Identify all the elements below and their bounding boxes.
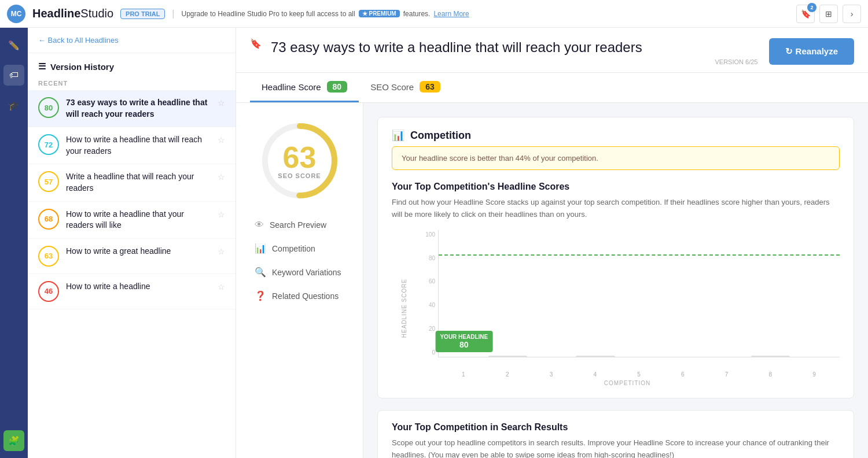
window-button[interactable]: ⊞ (819, 5, 838, 23)
history-item-title: How to write a headline that your reader… (66, 209, 211, 231)
learn-more-link[interactable]: Learn More (433, 10, 469, 18)
score-circle: 57 (38, 171, 59, 192)
chart-y-title: HEADLINE SCORE (401, 279, 407, 338)
version-info: VERSION 6/25 (250, 58, 757, 65)
history-item-content: How to write a headline (66, 281, 211, 293)
nav-item-related-questions[interactable]: ❓ Related Questions (248, 286, 351, 306)
chart-container: HEADLINE SCORE 0 20 (378, 230, 854, 398)
chart-bar-group (488, 356, 528, 357)
main-content: 🔖 73 easy ways to write a headline that … (236, 28, 868, 458)
history-item-title: How to write a headline that will reach … (66, 134, 211, 157)
score-circle: 63 (38, 246, 59, 267)
chart-x-label: 1 (444, 371, 483, 378)
history-item[interactable]: 57 Write a headline that will reach your… (28, 164, 236, 201)
sidebar-icon-pen[interactable]: ✏️ (3, 35, 24, 56)
logo: Headline Studio (32, 7, 113, 20)
tab-seo-score[interactable]: SEO Score 63 (359, 73, 452, 102)
version-history-header: ☰ Version History (28, 53, 236, 76)
nav-item-keyword-variations[interactable]: 🔍 Keyword Variations (248, 262, 351, 282)
star-icon[interactable]: ☆ (218, 247, 225, 256)
content-area: 63 SEO SCORE 👁 Search Preview 📊 Competit… (236, 103, 868, 458)
chart-bar-1 (488, 356, 528, 357)
chart-area: 0 20 40 60 80 100 YOUR HEADLINE80 (438, 230, 840, 357)
top-bar: MC Headline Studio PRO TRIAL | Upgrade t… (0, 0, 868, 28)
headline-title: 73 easy ways to write a headline that wi… (271, 38, 757, 56)
chart-x-label: 2 (488, 371, 527, 378)
chart-x-label: 7 (707, 371, 746, 378)
logo-headline: Headline (32, 7, 80, 20)
nav-icon: 📊 (255, 243, 266, 254)
history-item-title: How to write a headline (66, 281, 211, 293)
history-item-title: How to write a great headline (66, 246, 211, 257)
section-title-icon: 📊 (392, 129, 404, 142)
history-item-content: How to write a great headline (66, 246, 211, 257)
nav-item-label: Related Questions (272, 291, 339, 301)
star-icon[interactable]: ☆ (218, 98, 225, 108)
chart-x-label: 9 (795, 371, 834, 378)
history-item[interactable]: 63 How to write a great headline ☆ (28, 239, 236, 274)
notifications-button[interactable]: 🔖 2 (796, 5, 815, 23)
star-icon[interactable]: ☆ (218, 135, 225, 145)
your-headline-tooltip: YOUR HEADLINE80 (435, 331, 492, 352)
bottom-section-title: Your Top Competition in Search Results (392, 422, 840, 433)
competition-description: Find out how your Headline Score stacks … (378, 197, 854, 230)
tab-score: 80 (327, 81, 348, 93)
y-label-80: 80 (417, 255, 435, 261)
section-title-text: Competition (410, 130, 471, 142)
nav-icon: ❓ (255, 290, 266, 301)
y-label-40: 40 (417, 302, 435, 308)
history-item[interactable]: 72 How to write a headline that will rea… (28, 127, 236, 164)
sidebar-icon-puzzle[interactable]: 🧩 (3, 430, 24, 451)
score-circle: 72 (38, 134, 59, 155)
score-circle: 46 (38, 281, 59, 302)
bookmark-icon[interactable]: 🔖 (250, 38, 262, 49)
history-item-content: How to write a headline that will reach … (66, 134, 211, 157)
right-panel[interactable]: 📊 Competition Your headline score is bet… (363, 103, 868, 458)
y-label-0: 0 (417, 349, 435, 356)
section-title: 📊 Competition (378, 117, 854, 146)
nav-item-label: Keyword Variations (272, 268, 341, 277)
chart-x-label: 5 (619, 371, 659, 378)
history-item-content: How to write a headline that your reader… (66, 209, 211, 231)
chart-x-title: COMPETITION (415, 380, 840, 386)
reanalyze-button[interactable]: ↻ Reanalyze (769, 38, 854, 65)
tab-headline-score[interactable]: Headline Score 80 (250, 73, 359, 102)
seo-score-circle: 63 SEO SCORE (259, 120, 340, 201)
star-icon[interactable]: ☆ (218, 210, 225, 219)
chart-x-label: 4 (575, 371, 615, 378)
chart-bars: YOUR HEADLINE80 (439, 230, 840, 357)
competition-alert: Your headline score is better than 44% o… (392, 146, 840, 170)
history-item-title: 73 easy ways to write a headline that wi… (66, 97, 211, 120)
icon-sidebar: ✏️ 🏷 🎓 🧩 (0, 28, 28, 458)
star-icon[interactable]: ☆ (218, 282, 225, 291)
nav-item-label: Competition (272, 244, 315, 253)
chart-x-label: 8 (751, 371, 790, 378)
sidebar-icon-hat[interactable]: 🎓 (3, 95, 24, 116)
nav-item-competition[interactable]: 📊 Competition (248, 238, 351, 258)
sidebar-icon-headline[interactable]: 🏷 (3, 65, 24, 86)
history-panel: ← Back to All Headlines ☰ Version Histor… (28, 28, 236, 458)
upgrade-text: Upgrade to Headline Studio Pro to keep f… (182, 10, 469, 18)
chart-x-labels: 123456789 (438, 371, 840, 378)
tab-label: Headline Score (262, 82, 321, 92)
avatar: MC (7, 5, 25, 23)
tab-label: SEO Score (370, 82, 414, 92)
notification-badge: 2 (807, 3, 816, 12)
expand-button[interactable]: › (843, 5, 861, 23)
history-item[interactable]: 80 73 easy ways to write a headline that… (28, 90, 236, 127)
score-circle: 68 (38, 209, 59, 230)
layers-icon: ☰ (38, 61, 46, 72)
chart-x-label: 6 (663, 371, 703, 378)
nav-item-label: Search Preview (270, 220, 326, 230)
history-item[interactable]: 46 How to write a headline ☆ (28, 274, 236, 309)
tooltip-score: 80 (440, 340, 488, 349)
star-icon[interactable]: ☆ (218, 172, 225, 182)
tabs-bar: Headline Score 80 SEO Score 63 (236, 73, 868, 103)
app-layout: ✏️ 🏷 🎓 🧩 ← Back to All Headlines ☰ Versi… (0, 28, 868, 458)
tab-score: 63 (420, 81, 440, 93)
history-item[interactable]: 68 How to write a headline that your rea… (28, 202, 236, 239)
logo-studio: Studio (80, 7, 113, 20)
back-link[interactable]: ← Back to All Headlines (28, 28, 236, 53)
chart-bar-3 (576, 356, 615, 357)
nav-item-search-preview[interactable]: 👁 Search Preview (248, 215, 351, 235)
